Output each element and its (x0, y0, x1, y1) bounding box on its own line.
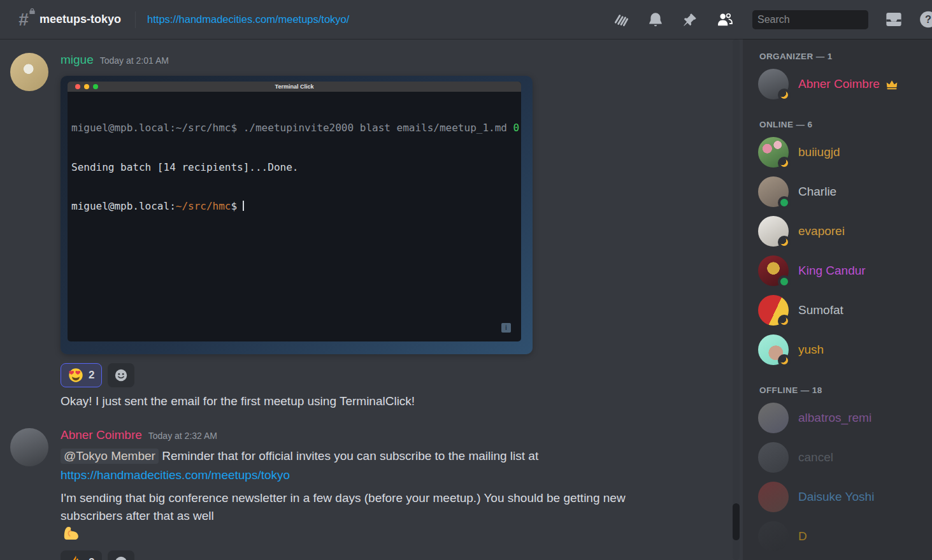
member-name: Abner Coimbre (798, 77, 880, 91)
message-text: Reminder that for official invites you c… (162, 449, 538, 463)
terminal-line-2: Sending batch [14 recipients]...Done. (71, 161, 516, 175)
reaction-count: 2 (89, 369, 94, 382)
threads-icon[interactable] (612, 11, 630, 29)
member-row-cancel[interactable]: cancel (758, 441, 927, 474)
message-header: migue Today at 2:01 AM (61, 53, 730, 69)
avatar-wrap (758, 176, 789, 207)
message-body: migue Today at 2:01 AM (61, 53, 730, 410)
channel-name: meetups-tokyo (39, 13, 121, 26)
section-header-organizer: ORGANIZER — 1 (759, 52, 927, 61)
reaction-row: 2 (61, 363, 730, 387)
member-name: D (798, 529, 807, 543)
add-reaction-smiley-icon (114, 368, 128, 382)
idle-status-badge (778, 315, 791, 327)
message-text-2: I'm sending that big conference newslett… (61, 489, 685, 542)
message-timestamp: Today at 2:32 AM (148, 431, 217, 441)
online-status-badge (778, 196, 791, 209)
terminal-line-3: miguel@mpb.local:~/src/hmc$ (71, 200, 516, 213)
message-header: Abner Coimbre Today at 2:32 AM (61, 428, 730, 445)
hash-lock-icon: # (14, 9, 33, 31)
member-row-king-candur[interactable]: King Candur (758, 254, 927, 287)
message-link[interactable]: https://handmadecities.com/meetups/tokyo (61, 468, 290, 482)
avatar-wrap (758, 295, 789, 326)
crown-icon (885, 78, 898, 90)
member-name: Charlie (798, 185, 836, 199)
idle-status-badge (778, 157, 791, 169)
idle-status-badge (778, 89, 791, 101)
terminal-window: Terminal Click miguel@mpb.local:~/src/hm… (68, 82, 521, 341)
member-name: cancel (798, 450, 833, 464)
main-area: migue Today at 2:01 AM (0, 39, 932, 560)
bell-icon[interactable] (647, 11, 664, 29)
member-name: yush (798, 343, 824, 357)
member-row-sumofat[interactable]: Sumofat (758, 294, 927, 327)
svg-text:?: ? (925, 13, 931, 25)
channel-topic-link[interactable]: https://handmadecities.com/meetups/tokyo… (147, 13, 349, 25)
member-avatar (758, 403, 789, 433)
message-group-abner: Abner Coimbre Today at 2:32 AM @Tokyo Me… (10, 428, 730, 560)
avatar-wrap (758, 521, 789, 552)
message-timestamp: Today at 2:01 AM (100, 55, 169, 66)
member-row-charlie[interactable]: Charlie (758, 175, 927, 208)
terminal-screenshot-attachment[interactable]: Terminal Click miguel@mpb.local:~/src/hm… (61, 76, 533, 354)
terminal-output: miguel@mpb.local:~/src/hmc$ ./meetupinvi… (68, 92, 521, 240)
avatar-abner-coimbre[interactable] (10, 428, 48, 466)
member-list: ORGANIZER — 1 Abner Coimbre ONLINE — 6 (743, 39, 932, 560)
message-text: I'm sending that big conference newslett… (61, 491, 626, 522)
header-divider (135, 11, 136, 28)
member-name: Sumofat (798, 303, 843, 317)
member-name: buiiugjd (798, 145, 840, 159)
scrollbar-track (733, 39, 740, 560)
heart-eyes-emoji (68, 368, 83, 383)
member-row-buiiugjd[interactable]: buiiugjd (758, 136, 927, 169)
avatar-wrap (758, 69, 789, 99)
section-header-online: ONLINE — 6 (759, 120, 927, 129)
member-avatar (758, 521, 789, 552)
member-name: albatros_remi (798, 411, 871, 425)
terminal-cursor (243, 201, 244, 211)
discord-app: # meetups-tokyo https://handmadecities.c… (0, 0, 932, 560)
help-icon[interactable]: ? (919, 11, 932, 29)
avatar-wrap (758, 403, 789, 433)
member-row-yush[interactable]: yush (758, 333, 927, 366)
inbox-icon[interactable] (885, 11, 903, 29)
add-reaction-button[interactable] (108, 363, 134, 387)
fire-emoji (68, 555, 83, 560)
channel-header: # meetups-tokyo https://handmadecities.c… (0, 0, 932, 39)
avatar-wrap (758, 216, 789, 247)
message-group-migue: migue Today at 2:01 AM (10, 53, 730, 410)
member-row-albatros-remi[interactable]: albatros_remi (758, 401, 927, 434)
member-row-daisuke-yoshi[interactable]: Daisuke Yoshi (758, 480, 927, 513)
author-name[interactable]: Abner Coimbre (61, 428, 142, 442)
author-name[interactable]: migue (61, 53, 94, 67)
add-reaction-button[interactable] (108, 550, 134, 560)
terminal-titlebar: Terminal Click (68, 82, 521, 92)
reaction-heart-eyes[interactable]: 2 (61, 363, 102, 387)
terminal-line-1: miguel@mpb.local:~/src/hmc$ ./meetupinvi… (71, 122, 516, 135)
search-input[interactable] (757, 14, 889, 25)
message-body: Abner Coimbre Today at 2:32 AM @Tokyo Me… (61, 428, 730, 560)
reaction-count: 2 (89, 556, 94, 560)
members-icon[interactable] (715, 11, 733, 29)
pin-icon[interactable] (681, 11, 699, 29)
reaction-row: 2 (61, 550, 730, 560)
member-row-clipped[interactable]: D (758, 520, 927, 553)
idle-status-badge (778, 354, 791, 367)
terminal-info-badge: i (501, 323, 511, 333)
avatar-wrap (758, 482, 789, 512)
terminal-title: Terminal Click (68, 83, 521, 90)
scrollbar-thumb[interactable] (733, 503, 740, 540)
member-row-evaporei[interactable]: evaporei (758, 215, 927, 248)
online-status-badge (778, 275, 791, 288)
avatar-wrap (758, 442, 789, 473)
message-link-line: https://handmadecities.com/meetups/tokyo (61, 466, 685, 484)
reaction-fire[interactable]: 2 (61, 550, 102, 560)
avatar-wrap (758, 255, 789, 286)
avatar-wrap (758, 334, 789, 365)
role-mention[interactable]: @Tokyo Member (61, 449, 159, 464)
member-row-abner-coimbre[interactable]: Abner Coimbre (758, 68, 927, 101)
avatar-migue[interactable] (10, 53, 48, 91)
member-name: Daisuke Yoshi (798, 490, 874, 504)
section-header-offline: OFFLINE — 18 (759, 385, 927, 395)
member-avatar (758, 482, 789, 512)
